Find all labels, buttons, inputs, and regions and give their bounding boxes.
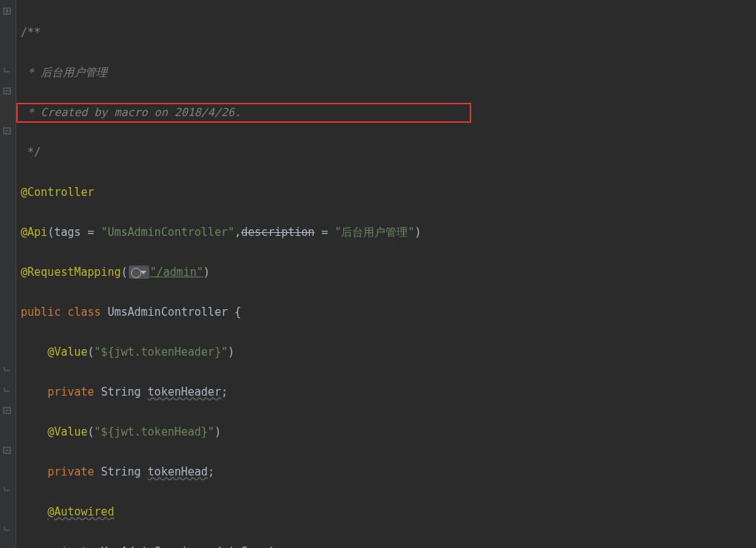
annotation: @RequestMapping	[21, 265, 121, 279]
code-line: @Api(tags = "UmsAdminController",descrip…	[21, 223, 756, 243]
fold-icon[interactable]	[3, 87, 13, 95]
code-line: @Autowired	[21, 502, 756, 522]
comment: * Created by macro on 2018/4/26.	[21, 106, 241, 119]
code-editor[interactable]: /** * 后台用户管理 * Created by macro on 2018/…	[21, 0, 756, 548]
fold-icon[interactable]	[3, 447, 13, 454]
fold-end-icon[interactable]	[3, 68, 13, 75]
code-line: public class UmsAdminController {	[21, 302, 756, 322]
code-line: */	[21, 143, 756, 163]
fold-icon[interactable]	[3, 407, 13, 414]
deprecated: description	[241, 226, 314, 239]
fold-icon[interactable]	[3, 127, 13, 135]
code-line: @Value("${jwt.tokenHead}")	[21, 422, 756, 442]
code-line: @RequestMapping("/admin")	[21, 263, 756, 283]
code-line: private UmsAdminService adminService;	[21, 542, 756, 548]
code-line: @Controller	[21, 183, 756, 203]
gutter	[0, 0, 16, 548]
fold-end-icon[interactable]	[3, 487, 13, 494]
field: tokenHeader	[148, 385, 221, 399]
code-line: * 后台用户管理	[21, 63, 756, 83]
fold-end-icon[interactable]	[3, 367, 13, 374]
annotation: @Controller	[21, 186, 94, 199]
code-line: private String tokenHeader;	[21, 382, 756, 402]
comment: /**	[21, 26, 41, 39]
code-line: private String tokenHead;	[21, 462, 756, 482]
url-literal: "/admin"	[150, 265, 203, 279]
fold-end-icon[interactable]	[3, 388, 13, 395]
comment: */	[21, 146, 41, 159]
code-line: @Value("${jwt.tokenHeader}")	[21, 342, 756, 362]
class-name: UmsAdminController	[107, 305, 228, 319]
code-line: * Created by macro on 2018/4/26.	[21, 103, 756, 123]
globe-icon[interactable]	[129, 265, 149, 279]
field: tokenHead	[148, 465, 208, 478]
comment: * 后台用户管理	[21, 66, 107, 79]
fold-icon[interactable]	[3, 7, 13, 15]
annotation: @Api	[21, 226, 47, 239]
code-line: /**	[21, 23, 756, 43]
fold-end-icon[interactable]	[3, 527, 13, 534]
field: adminService	[208, 545, 288, 548]
